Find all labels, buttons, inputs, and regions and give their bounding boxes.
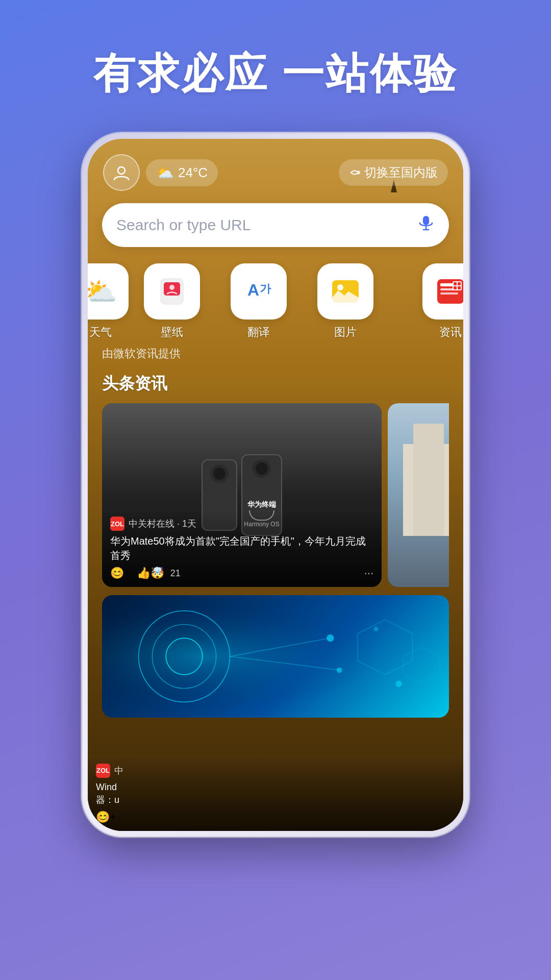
- svg-point-30: [395, 680, 402, 687]
- phone-inner: ⛅ 24°C 切换至国内版 Search or t: [88, 139, 463, 831]
- weather-pill[interactable]: ⛅ 24°C: [146, 159, 218, 186]
- card-actions: 😊+ 👍🤯 21 ···: [110, 567, 373, 580]
- news-icon-box: [422, 263, 463, 320]
- news-card-2-bg: [388, 403, 449, 587]
- building-2: [413, 424, 444, 536]
- bottom-card-overlay: [102, 595, 449, 718]
- svg-point-28: [337, 667, 342, 673]
- harmony-label: 华为终端: [247, 500, 276, 509]
- svg-rect-13: [440, 283, 455, 286]
- source-name: 中关村在线 · 1天: [129, 518, 196, 530]
- translate-app-label: 翻译: [247, 325, 270, 340]
- svg-rect-19: [454, 286, 457, 289]
- svg-point-7: [169, 285, 174, 290]
- weather-app-label: 天气: [89, 325, 112, 340]
- app-item-photos[interactable]: 图片: [317, 263, 373, 340]
- source-credit-text: 由微软资讯提供: [102, 347, 181, 360]
- source-credit: 由微软资讯提供: [88, 344, 463, 368]
- more-button[interactable]: ···: [364, 567, 373, 580]
- app-item-weather[interactable]: ⛅ 天气: [88, 263, 129, 340]
- news-section: 头条资讯 华为终端: [88, 368, 463, 831]
- weather-app-icon: ⛅: [88, 276, 117, 307]
- translate-icon-box: A 가: [231, 263, 287, 320]
- wallpaper-icon-box: [144, 263, 200, 320]
- svg-rect-17: [454, 282, 457, 285]
- source-badge: ZOL: [110, 517, 124, 531]
- news-card-1-info: ZOL 中关村在线 · 1天 华为Mate50将成为首款"完全国产的手机"，今年…: [102, 509, 382, 587]
- svg-text:가: 가: [260, 282, 271, 295]
- search-placeholder: Search or type URL: [116, 216, 409, 234]
- phone-wrapper: ⛅ 24°C 切换至国内版 Search or t: [0, 122, 551, 837]
- svg-rect-21: [102, 602, 449, 712]
- phone-content: ⛅ 24°C 切换至国内版 Search or t: [88, 139, 463, 831]
- weather-icon-box: ⛅: [88, 263, 129, 320]
- hero-title: 有求必应 一站体验: [0, 46, 551, 102]
- svg-rect-1: [423, 216, 429, 225]
- emoji-reaction-button[interactable]: 😊+: [110, 567, 131, 580]
- reactions: 👍🤯: [137, 567, 164, 580]
- top-bar: ⛅ 24°C 切换至国内版: [88, 139, 463, 199]
- temperature-label: 24°C: [178, 165, 208, 181]
- svg-point-11: [337, 284, 343, 290]
- bottom-card[interactable]: [102, 595, 449, 718]
- news-card-2-partial[interactable]: ZOL 中 Wind器：u 😊+: [388, 403, 449, 587]
- reaction-count: 21: [170, 568, 181, 579]
- svg-point-27: [327, 634, 334, 642]
- search-bar-wrapper: Search or type URL: [88, 199, 463, 255]
- app-item-translate[interactable]: A 가 翻译: [231, 263, 287, 340]
- svg-point-0: [118, 167, 125, 174]
- news-section-title: 头条资讯: [102, 373, 449, 395]
- photos-icon-box: [317, 263, 373, 320]
- svg-point-24: [166, 638, 203, 675]
- avatar-button[interactable]: [103, 154, 140, 191]
- card-headline: 华为Mate50将成为首款"完全国产的手机"，今年九月完成首秀: [110, 534, 373, 562]
- quick-apps-row: ⛅ 天气: [88, 255, 463, 344]
- app-item-wallpaper[interactable]: 壁纸: [144, 263, 200, 340]
- news-card-1[interactable]: 华为终端 Harmony OS ZOL: [102, 403, 382, 587]
- region-switch-button[interactable]: 切换至国内版: [339, 159, 448, 186]
- card-source-row: ZOL 中关村在线 · 1天: [110, 517, 373, 531]
- app-item-news[interactable]: 资讯: [422, 263, 463, 340]
- phone-frame: ⛅ 24°C 切换至国内版 Search or t: [82, 133, 469, 837]
- svg-rect-20: [458, 286, 461, 289]
- hero-section: 有求必应 一站体验: [0, 0, 551, 122]
- region-switch-label: 切换至国内版: [364, 164, 438, 181]
- news-cards-row: 华为终端 Harmony OS ZOL: [102, 403, 449, 587]
- cyber-art: [102, 595, 449, 718]
- svg-text:A: A: [247, 281, 259, 299]
- svg-rect-18: [458, 282, 461, 285]
- news-app-label: 资讯: [439, 325, 462, 340]
- wallpaper-app-label: 壁纸: [161, 325, 183, 340]
- svg-point-29: [373, 627, 378, 631]
- microphone-icon[interactable]: [417, 214, 435, 236]
- svg-rect-15: [440, 292, 458, 295]
- photos-app-label: 图片: [334, 325, 357, 340]
- search-bar[interactable]: Search or type URL: [102, 203, 449, 247]
- weather-icon: ⛅: [156, 164, 174, 181]
